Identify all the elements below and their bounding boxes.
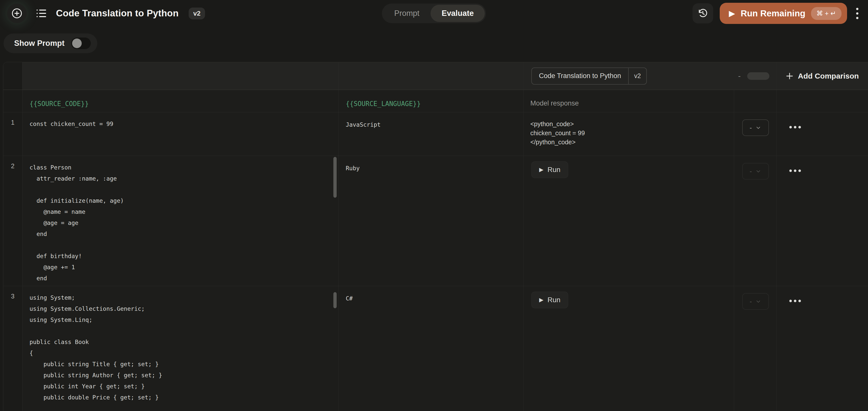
row-menu-button[interactable]	[789, 300, 801, 302]
gutter-header-cell	[3, 90, 23, 112]
play-icon: ▶	[539, 297, 544, 303]
score-dropdown[interactable]: -	[742, 119, 769, 136]
play-icon: ▶	[729, 9, 735, 18]
top-bar: Code Translation to Python v2 Prompt Eva…	[0, 0, 868, 27]
chevron-down-icon	[755, 168, 761, 174]
ellipsis-icon	[789, 126, 792, 129]
plus-icon	[785, 72, 794, 80]
score-cell: -	[734, 156, 777, 286]
row-actions-cell	[777, 156, 868, 286]
history-button[interactable]	[692, 3, 713, 24]
run-row-label: Run	[548, 296, 560, 304]
source-language-cell[interactable]: JavaScript	[339, 112, 524, 156]
mode-tabs: Prompt Evaluate	[382, 3, 486, 23]
table-row: 2 class Person attr_reader :name, :age d…	[3, 156, 868, 286]
cell-scrollbar[interactable]	[333, 157, 337, 198]
header-source-code-cell	[23, 62, 339, 90]
score-value: -	[750, 298, 752, 306]
table-row: 3 using System; using System.Collections…	[3, 286, 868, 411]
source-code-cell[interactable]: class Person attr_reader :name, :age def…	[23, 156, 339, 286]
row-number: 3	[3, 286, 23, 411]
score-value: -	[750, 124, 752, 132]
overflow-menu-button[interactable]	[854, 5, 861, 22]
score-cell: -	[734, 112, 777, 156]
play-icon: ▶	[539, 167, 544, 172]
column-score	[734, 90, 777, 112]
version-badge: v2	[189, 7, 205, 20]
header-model-cell: Code Translation to Python v2 -	[524, 62, 777, 90]
show-prompt-toggle[interactable]	[71, 37, 91, 49]
model-response-cell[interactable]: <python_code> chicken_count = 99 </pytho…	[524, 112, 734, 156]
model-selector-version: v2	[628, 68, 646, 84]
keyboard-shortcut-badge: ⌘ + ↵	[811, 7, 841, 20]
show-prompt-bar: Show Prompt	[3, 34, 97, 53]
ellipsis-icon	[789, 300, 792, 302]
source-code-text: class Person attr_reader :name, :age def…	[23, 156, 338, 284]
model-response-cell: ▶ Run	[524, 156, 734, 286]
source-code-cell[interactable]: const chicken_count = 99	[23, 112, 339, 156]
score-value: -	[750, 168, 752, 175]
model-response-text: <python_code> chicken_count = 99 </pytho…	[524, 112, 734, 146]
row-number: 2	[3, 156, 23, 286]
kebab-icon	[856, 8, 859, 10]
column-actions	[777, 90, 868, 112]
run-remaining-label: Run Remaining	[741, 8, 805, 19]
prompt-list-button[interactable]	[35, 7, 48, 20]
list-icon	[35, 7, 48, 20]
score-pill	[747, 72, 769, 80]
row-menu-button[interactable]	[789, 126, 801, 129]
history-clock-icon	[697, 7, 709, 19]
ellipsis-icon	[789, 170, 792, 172]
column-source-code: {{SOURCE_CODE}}	[23, 90, 339, 112]
score-cell: -	[734, 286, 777, 411]
tab-evaluate[interactable]: Evaluate	[431, 5, 485, 22]
show-prompt-label: Show Prompt	[14, 39, 65, 48]
row-actions-cell	[777, 112, 868, 156]
header-source-language-cell	[339, 62, 524, 90]
model-response-cell: ▶ Run	[524, 286, 734, 411]
average-score-dash: -	[738, 72, 747, 80]
model-selector-button[interactable]: Code Translation to Python v2	[531, 68, 647, 84]
table-row: 1 const chicken_count = 99 JavaScript <p…	[3, 112, 868, 156]
model-header-row: Code Translation to Python v2 - Add Comp…	[3, 62, 868, 90]
run-row-button[interactable]: ▶ Run	[531, 292, 568, 308]
chevron-down-icon	[755, 125, 761, 131]
score-dropdown[interactable]: -	[742, 163, 769, 179]
row-actions-cell	[777, 286, 868, 411]
source-code-text: using System; using System.Collections.G…	[23, 286, 338, 403]
run-row-button[interactable]: ▶ Run	[531, 162, 568, 178]
row-menu-button[interactable]	[789, 170, 801, 172]
run-row-label: Run	[548, 166, 560, 174]
source-language-cell[interactable]: C#	[339, 286, 524, 411]
header-gutter-cell	[3, 62, 23, 90]
score-dropdown[interactable]: -	[742, 293, 769, 310]
add-comparison-button[interactable]: Add Comparison	[785, 72, 859, 80]
toggle-knob	[72, 38, 82, 48]
source-language-cell[interactable]: Ruby	[339, 156, 524, 286]
add-comparison-cell: Add Comparison	[777, 62, 868, 90]
source-code-text: const chicken_count = 99	[23, 112, 338, 130]
cell-scrollbar[interactable]	[333, 292, 337, 308]
add-comparison-label: Add Comparison	[798, 72, 859, 80]
column-model-response: Model response	[524, 90, 734, 112]
topbar-right-group: ▶ Run Remaining ⌘ + ↵	[692, 3, 861, 24]
run-remaining-button[interactable]: ▶ Run Remaining ⌘ + ↵	[720, 3, 847, 24]
column-header-row: {{SOURCE_CODE}} {{SOURCE_LANGUAGE}} Mode…	[3, 90, 868, 112]
tab-prompt[interactable]: Prompt	[383, 5, 431, 22]
chevron-down-icon	[755, 299, 761, 305]
topbar-left-group: Code Translation to Python v2	[7, 3, 205, 23]
new-item-button[interactable]	[7, 3, 27, 23]
evaluation-table: Code Translation to Python v2 - Add Comp…	[3, 62, 868, 411]
row-number: 1	[3, 112, 23, 156]
page-title: Code Translation to Python	[56, 8, 179, 19]
column-source-language: {{SOURCE_LANGUAGE}}	[339, 90, 524, 112]
plus-circle-icon	[10, 7, 23, 20]
model-selector-name: Code Translation to Python	[532, 68, 628, 84]
source-code-cell[interactable]: using System; using System.Collections.G…	[23, 286, 339, 411]
